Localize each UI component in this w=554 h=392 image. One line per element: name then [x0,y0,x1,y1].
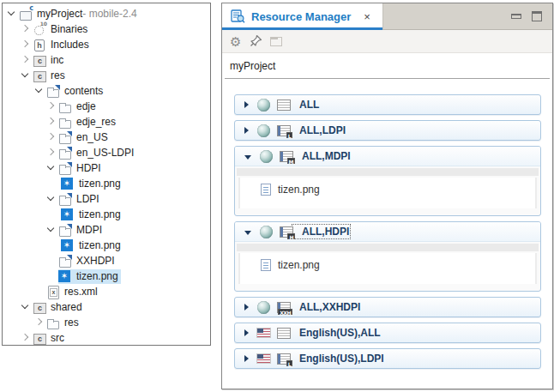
c-folder-icon [33,54,46,67]
tree-item-edje-res[interactable]: edje_res [3,114,210,130]
chevron-down-icon[interactable] [46,226,55,234]
tree-item-inc[interactable]: inc [3,52,210,68]
chevron-right-icon[interactable] [34,318,43,327]
chevron-right-icon[interactable] [21,25,29,33]
tree-item-mdpi-tizen-png[interactable]: tizen.png [3,238,210,253]
tree-item-shared-res[interactable]: res [3,315,210,330]
document-icon [261,259,271,271]
tizen-image-icon [61,178,73,190]
resource-group-all-ldpi[interactable]: L ALL,LDPI [234,120,541,141]
linked-folder-icon [58,147,72,160]
group-inner-strip [237,168,539,176]
minimize-icon[interactable] [511,14,521,19]
chevron-down-icon[interactable] [46,195,55,203]
chevron-placeholder [46,256,55,265]
tree-item-contents[interactable]: contents [3,83,210,99]
linked-folder-icon [58,224,72,237]
document-icon [261,184,271,196]
resource-group-all-xxhdpi[interactable]: XXH ALL,XXHDPI [234,297,541,317]
dpi-grid-icon: H [280,226,293,238]
xml-file-icon [46,286,60,299]
triangle-right-icon[interactable] [244,304,249,311]
triangle-down-icon[interactable] [244,155,251,160]
resource-group-header[interactable]: M ALL,MDPI [235,147,540,166]
chevron-right-icon[interactable] [46,118,55,126]
group-content-area: tizen.png [238,178,537,208]
tree-item-binaries[interactable]: Binaries [3,21,210,37]
resource-group-english-us-ldpi[interactable]: L English(US),LDPI [234,348,541,369]
tree-item-edje[interactable]: edje [3,99,210,114]
tree-item-shared[interactable]: shared [3,299,210,315]
folder-icon [46,317,60,329]
linked-folder-icon [58,193,72,206]
resource-file-tizen-png[interactable]: tizen.png [238,178,537,196]
globe-icon [257,124,270,137]
group-content-area: tizen.png [238,253,537,284]
resource-group-all[interactable]: ALL [234,94,541,115]
chevron-down-icon[interactable] [46,164,55,172]
triangle-right-icon[interactable] [244,329,249,336]
tree-item-res[interactable]: res [3,68,210,83]
resource-group-english-us-all[interactable]: English(US),ALL [234,323,541,343]
linked-folder-icon [58,255,72,268]
globe-icon [257,99,270,112]
dpi-grid-icon: XXH [277,302,291,313]
chevron-right-icon[interactable] [21,334,29,342]
tree-item-tizen-png[interactable]: tizen.png [3,268,210,284]
tree-item-xxhdpi[interactable]: XXHDPI [3,253,210,268]
tree-item-en-us-ldpi[interactable]: en_US-LDPI [3,145,210,160]
maximize-icon[interactable] [532,11,542,21]
tab-bar: Resource Manager × [222,3,552,30]
window-controls [511,3,552,29]
tab-resource-manager[interactable]: Resource Manager × [222,3,383,29]
us-flag-icon [257,329,270,337]
settings-gear-icon[interactable]: ⚙ [230,35,241,48]
triangle-down-icon[interactable] [244,231,251,235]
us-flag-icon [257,354,270,363]
globe-icon [257,301,270,314]
tizen-image-icon [61,208,73,220]
tree-item-src[interactable]: src [3,330,210,346]
folder-icon [58,116,72,129]
tree-item-en-us[interactable]: en_US [3,130,210,145]
chevron-right-icon[interactable] [46,102,55,111]
linked-folder-icon [58,131,72,144]
dpi-grid-icon: L [277,353,291,365]
pushpin-icon[interactable] [249,34,262,48]
triangle-right-icon[interactable] [244,127,249,134]
tree-item-mdpi[interactable]: MDPI [3,222,210,238]
tree-item-myproject[interactable]: myProject - mobile-2.4 [3,6,210,21]
chevron-right-icon[interactable] [46,148,55,157]
dpi-grid-icon [277,100,291,111]
globe-icon [260,150,273,163]
chevron-placeholder [46,272,55,280]
tree-item-hdpi[interactable]: HDPI [3,160,210,176]
resource-group-header[interactable]: H ALL,HDPI [235,222,540,242]
chevron-down-icon[interactable] [7,9,15,18]
tree-item-ldpi-tizen-png[interactable]: tizen.png [3,207,210,222]
triangle-right-icon[interactable] [244,355,249,362]
chevron-right-icon[interactable] [21,40,29,49]
project-explorer-panel: myProject - mobile-2.4 Binaries Includes… [2,3,211,346]
chevron-right-icon[interactable] [46,133,55,142]
resource-manager-icon [231,9,245,23]
triangle-right-icon[interactable] [244,101,249,108]
tree-item-includes[interactable]: Includes [3,37,210,52]
view-layout-icon[interactable] [270,37,282,46]
close-icon[interactable]: × [364,10,370,23]
chevron-right-icon[interactable] [21,56,29,64]
c-folder-icon [33,69,46,82]
resource-groups-list: ALL L ALL,LDPI M ALL,MDPI tizen.png [222,79,552,369]
tree-item-ldpi[interactable]: LDPI [3,191,210,207]
resource-file-tizen-png[interactable]: tizen.png [238,253,537,271]
tizen-image-icon [61,239,73,251]
chevron-down-icon[interactable] [21,303,29,311]
tree-item-hdpi-tizen-png[interactable]: tizen.png [3,176,210,191]
dpi-grid-icon: M [280,151,293,162]
chevron-down-icon[interactable] [34,87,43,95]
linked-folder-icon [46,85,60,98]
resource-group-all-mdpi: M ALL,MDPI tizen.png [234,146,541,216]
tree-item-res-xml[interactable]: res.xml [3,284,210,299]
resource-manager-panel: Resource Manager × ⚙ myProject ALL L ALL… [221,3,553,389]
chevron-down-icon[interactable] [21,71,29,80]
